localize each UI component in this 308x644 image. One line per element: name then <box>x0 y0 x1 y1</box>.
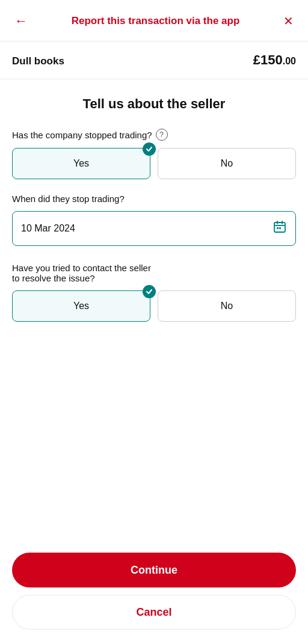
header: ← Report this transaction via the app ✕ <box>0 0 308 41</box>
main-content: Tell us about the seller Has the company… <box>0 79 308 440</box>
help-icon-q1[interactable]: ? <box>156 129 168 141</box>
question1-no-button[interactable]: No <box>158 148 296 179</box>
question3-options: Yes No <box>12 290 296 322</box>
cancel-button[interactable]: Cancel <box>12 595 296 630</box>
svg-rect-4 <box>277 227 279 229</box>
date-value: 10 Mar 2024 <box>21 223 273 234</box>
continue-button[interactable]: Continue <box>12 553 296 587</box>
svg-rect-5 <box>279 227 281 229</box>
footer: Continue Cancel <box>0 543 308 644</box>
page-title: Report this transaction via the app <box>35 15 276 27</box>
question3-yes-button[interactable]: Yes <box>12 290 150 322</box>
transaction-name: Dull books <box>12 55 64 67</box>
amount-pence: .00 <box>283 56 296 66</box>
amount-whole: £150 <box>253 52 283 67</box>
calendar-icon <box>273 219 287 238</box>
section-title: Tell us about the seller <box>12 96 296 112</box>
question1-options: Yes No <box>12 148 296 179</box>
question1-label: Has the company stopped trading? ? <box>12 129 296 141</box>
back-arrow-icon: ← <box>14 13 28 29</box>
yes-check-badge <box>143 143 156 156</box>
transaction-row: Dull books £150.00 <box>0 41 308 79</box>
close-button[interactable]: ✕ <box>281 11 296 31</box>
question3-label: Have you tried to contact the seller to … <box>12 263 296 283</box>
question2-label: When did they stop trading? <box>12 194 296 204</box>
transaction-amount: £150.00 <box>253 52 296 68</box>
yes-check-badge-q3 <box>143 285 156 298</box>
back-button[interactable]: ← <box>12 11 30 31</box>
close-icon: ✕ <box>283 14 294 28</box>
date-input[interactable]: 10 Mar 2024 <box>12 211 296 246</box>
question3-no-button[interactable]: No <box>158 290 296 322</box>
question1-yes-button[interactable]: Yes <box>12 148 150 179</box>
